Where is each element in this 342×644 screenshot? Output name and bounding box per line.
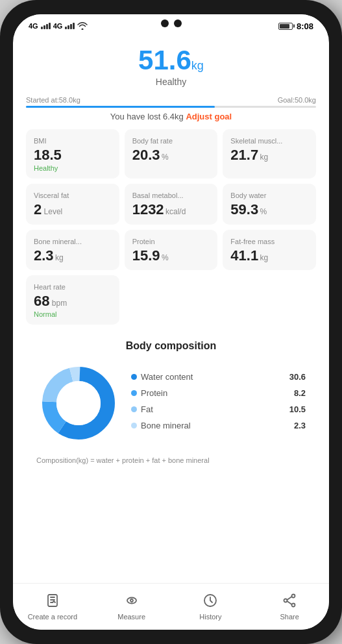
- progress-track: [26, 106, 316, 108]
- signal-bars-2: [65, 23, 75, 29]
- legend-dot-2: [131, 406, 137, 412]
- svg-point-13: [284, 599, 287, 602]
- metric-label-0: BMI: [34, 137, 112, 145]
- nav-item-measure[interactable]: Measure: [92, 588, 171, 626]
- status-signals: 4G 4G: [29, 22, 88, 30]
- legend-name-0: Water content: [141, 372, 193, 382]
- nav-label-1: Measure: [117, 613, 145, 621]
- metric-value-7: 15.9 %: [132, 247, 169, 264]
- legend-val-0: 30.6: [289, 372, 306, 382]
- metric-value-0: 18.5: [34, 147, 62, 163]
- metric-value-4: 1232 kcal/d: [132, 201, 186, 217]
- metric-value-3: 2 Level: [34, 201, 62, 217]
- legend-dot-0: [131, 374, 137, 380]
- signal-bars-1: [41, 23, 51, 29]
- metric-card-1[interactable]: Body fat rate 20.3 %: [125, 129, 218, 179]
- nav-item-history[interactable]: History: [171, 588, 250, 626]
- metric-value-9: 68 bpm: [34, 293, 67, 309]
- svg-point-4: [56, 381, 101, 425]
- camera-notch: [161, 19, 182, 27]
- weight-unit: kg: [191, 59, 204, 72]
- svg-point-12: [292, 595, 295, 598]
- metric-label-8: Fat-free mass: [230, 238, 308, 245]
- metric-sub-9: Normal: [34, 310, 112, 318]
- legend-left-0: Water content: [131, 372, 193, 382]
- adjust-goal-button[interactable]: Adjust goal: [186, 112, 232, 121]
- legend-name-2: Fat: [141, 404, 153, 414]
- legend-dot-3: [131, 423, 137, 428]
- metric-value-1: 20.3 %: [132, 147, 169, 163]
- svg-line-16: [287, 601, 292, 604]
- metric-label-6: Bone mineral...: [34, 238, 112, 245]
- metric-card-4[interactable]: Basal metabol... 1232 kcal/d: [125, 184, 218, 224]
- nav-label-0: Create a record: [28, 613, 77, 621]
- battery-icon: [278, 23, 293, 30]
- metrics-grid: BMI 18.5 Healthy Body fat rate 20.3 % Sk…: [26, 129, 316, 325]
- metric-card-9[interactable]: Heart rate 68 bpm Normal: [26, 275, 119, 325]
- metric-value-2: 21.7 kg: [230, 147, 268, 163]
- weight-status: Healthy: [26, 77, 316, 87]
- bottom-nav: Create a record Measure History Share: [13, 583, 329, 630]
- nav-icon-0: [45, 593, 60, 611]
- legend-name-1: Protein: [141, 388, 167, 398]
- lost-amount: You have lost 6.4kg: [110, 112, 184, 121]
- camera-right: [174, 19, 182, 27]
- legend-left-2: Fat: [131, 404, 153, 414]
- metric-label-2: Skeletal muscl...: [230, 137, 308, 145]
- legend-item-0: Water content 30.6: [131, 372, 306, 382]
- metric-card-2[interactable]: Skeletal muscl... 21.7 kg: [223, 129, 316, 179]
- legend-val-1: 8.2: [294, 388, 306, 398]
- svg-line-15: [287, 597, 292, 600]
- phone-frame: 4G 4G: [0, 0, 342, 644]
- composition-chart-row: Water content 30.6 Protein 8.2 Fat 10.5 …: [36, 361, 306, 448]
- metric-label-9: Heart rate: [34, 283, 112, 291]
- metric-label-1: Body fat rate: [132, 137, 210, 145]
- legend-name-3: Bone mineral: [141, 421, 191, 430]
- composition-title: Body composition: [36, 340, 306, 352]
- legend-item-3: Bone mineral 2.3: [131, 421, 306, 430]
- progress-labels: Started at:58.0kg Goal:50.0kg: [26, 96, 316, 104]
- progress-fill: [26, 106, 215, 108]
- metric-card-5[interactable]: Body water 59.3 %: [223, 184, 316, 224]
- nav-item-share[interactable]: Share: [250, 588, 329, 626]
- nav-label-3: Share: [280, 613, 299, 621]
- metric-label-5: Body water: [230, 192, 308, 199]
- nav-icon-2: [202, 593, 218, 611]
- svg-point-10: [130, 599, 133, 602]
- progress-section: Started at:58.0kg Goal:50.0kg: [26, 96, 316, 108]
- weight-header: 51.6kg Healthy: [26, 38, 316, 91]
- composition-legend: Water content 30.6 Protein 8.2 Fat 10.5 …: [131, 372, 306, 437]
- metric-label-7: Protein: [132, 238, 210, 245]
- nav-label-2: History: [199, 613, 221, 621]
- legend-dot-1: [131, 390, 137, 396]
- wifi-icon: [77, 22, 88, 30]
- legend-item-1: Protein 8.2: [131, 388, 306, 398]
- nav-item-create-a-record[interactable]: Create a record: [13, 588, 92, 626]
- legend-val-2: 10.5: [289, 404, 306, 414]
- signal2-icon: 4G: [53, 22, 63, 30]
- metric-label-3: Visceral fat: [34, 192, 112, 199]
- main-scroll[interactable]: 51.6kg Healthy Started at:58.0kg Goal:50…: [13, 38, 329, 583]
- legend-val-3: 2.3: [294, 421, 306, 430]
- metric-card-7[interactable]: Protein 15.9 %: [125, 230, 218, 270]
- metric-value-8: 41.1 kg: [230, 247, 268, 264]
- metric-sub-0: Healthy: [34, 164, 112, 172]
- metric-card-0[interactable]: BMI 18.5 Healthy: [26, 129, 119, 179]
- status-right: 8:08: [278, 21, 313, 31]
- composition-section: Body composition: [26, 330, 316, 476]
- svg-point-14: [292, 604, 295, 607]
- time-display: 8:08: [297, 21, 313, 31]
- goal-label: Goal:50.0kg: [278, 96, 316, 104]
- metric-value-5: 59.3 %: [230, 201, 267, 217]
- metric-card-8[interactable]: Fat-free mass 41.1 kg: [223, 230, 316, 270]
- camera-left: [161, 19, 169, 27]
- nav-icon-3: [282, 593, 297, 611]
- metric-card-3[interactable]: Visceral fat 2 Level: [26, 184, 119, 224]
- lost-text: You have lost 6.4kg Adjust goal: [26, 112, 316, 121]
- metric-value-6: 2.3 kg: [34, 247, 64, 264]
- phone-screen: 4G 4G: [13, 14, 329, 630]
- legend-item-2: Fat 10.5: [131, 404, 306, 414]
- metric-card-6[interactable]: Bone mineral... 2.3 kg: [26, 230, 119, 270]
- signal1-icon: 4G: [29, 22, 38, 30]
- svg-rect-5: [48, 595, 57, 606]
